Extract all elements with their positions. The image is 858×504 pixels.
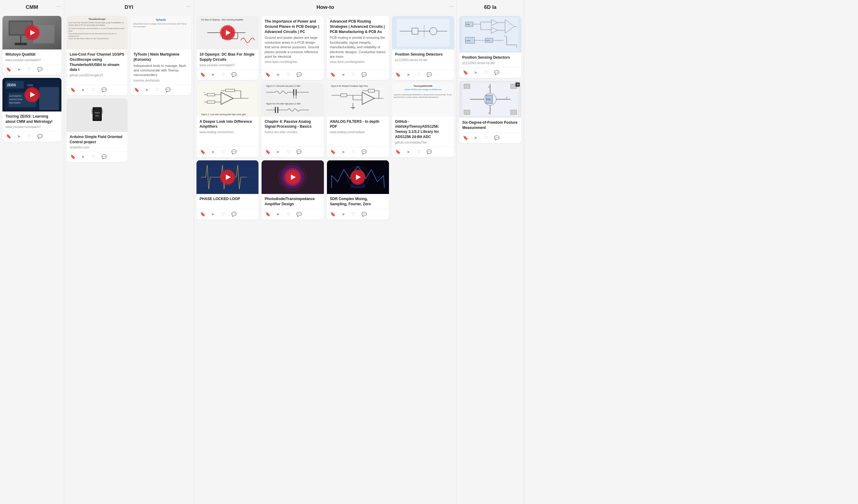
comment-icon[interactable]: 💬: [361, 71, 367, 78]
comment-icon[interactable]: 💬: [101, 153, 107, 160]
card-url-6d-sensing: p1122093.server-he.de/: [462, 61, 518, 65]
share-icon[interactable]: ➤: [144, 87, 150, 93]
play-button-zeiss[interactable]: [25, 88, 39, 101]
share-icon[interactable]: ➤: [210, 149, 216, 155]
share-icon[interactable]: ➤: [473, 135, 479, 141]
svg-text:PSD: PSD: [466, 23, 470, 25]
comment-icon[interactable]: 💬: [296, 149, 302, 155]
card-actions-oscillo: 🔖 ➤ ♡ 💬: [67, 85, 127, 95]
card-body-dcbias: 10 Opamps: DC Bias For Single Supply Cir…: [196, 49, 258, 69]
comment-icon[interactable]: 💬: [361, 211, 367, 217]
comment-icon[interactable]: 💬: [101, 87, 107, 93]
bookmark-icon[interactable]: 🔖: [200, 149, 206, 155]
bookmark-icon[interactable]: 🔖: [265, 71, 271, 78]
share-icon[interactable]: ➤: [473, 69, 479, 76]
heart-icon[interactable]: ♡: [220, 71, 226, 78]
share-icon[interactable]: ➤: [210, 211, 216, 217]
heart-icon[interactable]: ♡: [285, 211, 291, 217]
bookmark-icon[interactable]: 🔖: [70, 87, 76, 93]
share-icon[interactable]: ➤: [406, 149, 412, 155]
card-title-sdr: SDR Complex Mixing, Sampling, Fourier, Z…: [330, 196, 386, 207]
share-icon[interactable]: ➤: [406, 71, 412, 78]
card-mitutoyo: Mitutoyo Qualität www.youtube.com/watch?…: [2, 16, 61, 75]
heart-icon[interactable]: ♡: [220, 149, 226, 155]
comment-icon[interactable]: 💬: [231, 71, 237, 78]
bookmark-icon[interactable]: 🔖: [133, 87, 140, 93]
bookmark-icon[interactable]: 🔖: [200, 71, 206, 78]
play-button-pll[interactable]: [221, 170, 234, 184]
heart-icon[interactable]: ♡: [285, 149, 291, 155]
bookmark-icon[interactable]: 🔖: [330, 211, 336, 217]
play-button-dcbias[interactable]: [221, 26, 234, 39]
heart-icon[interactable]: ♡: [483, 69, 489, 76]
comment-icon[interactable]: 💬: [296, 211, 302, 217]
card-actions-passive: 🔖 ➤ ♡ 💬: [261, 147, 323, 157]
share-icon[interactable]: ➤: [80, 153, 86, 160]
comment-icon[interactable]: 💬: [37, 66, 43, 72]
bookmark-icon[interactable]: 🔖: [462, 135, 468, 141]
heart-icon[interactable]: ♡: [26, 66, 32, 72]
card-thumbnail-tytools: TyTools Independent tools to manage, fla…: [130, 16, 191, 49]
bookmark-icon[interactable]: 🔖: [265, 211, 271, 217]
comment-icon[interactable]: 💬: [493, 69, 499, 76]
comment-icon[interactable]: 💬: [426, 71, 432, 78]
bookmark-icon[interactable]: 🔖: [330, 71, 336, 78]
comment-icon[interactable]: 💬: [231, 149, 237, 155]
column-menu-howto[interactable]: ···: [449, 4, 454, 9]
bookmark-icon[interactable]: 🔖: [462, 69, 468, 76]
share-icon[interactable]: ➤: [275, 211, 281, 217]
heart-icon[interactable]: ♡: [416, 71, 422, 78]
bookmark-icon[interactable]: 🔖: [70, 153, 76, 160]
heart-icon[interactable]: ♡: [220, 211, 226, 217]
card-title-passive: Chapter 4: Passive Analog Signal Process…: [265, 119, 320, 130]
share-icon[interactable]: ➤: [275, 149, 281, 155]
heart-icon[interactable]: ♡: [416, 149, 422, 155]
card-thumbnail-dcbias: DC Bias of Opamps - Non Inverting Amplif…: [196, 16, 258, 49]
bookmark-icon[interactable]: 🔖: [5, 66, 12, 72]
share-icon[interactable]: ➤: [275, 71, 281, 78]
comment-icon[interactable]: 💬: [37, 133, 43, 139]
heart-icon[interactable]: ♡: [26, 133, 32, 139]
share-icon[interactable]: ➤: [340, 149, 347, 155]
heart-icon[interactable]: ♡: [351, 211, 357, 217]
bookmark-icon[interactable]: 🔖: [5, 133, 12, 139]
heart-icon[interactable]: ♡: [154, 87, 160, 93]
svg-text:Figure 8.53: Multiple Feedback: Figure 8.53: Multiple Feedback High-Pass: [331, 85, 368, 87]
comment-icon[interactable]: 💬: [165, 87, 171, 93]
share-icon[interactable]: ➤: [80, 87, 86, 93]
bookmark-icon[interactable]: 🔖: [395, 71, 401, 78]
heart-icon[interactable]: ♡: [351, 149, 357, 155]
comment-icon[interactable]: 💬: [361, 149, 367, 155]
share-icon[interactable]: ➤: [16, 133, 22, 139]
comment-icon[interactable]: 💬: [493, 135, 499, 141]
share-icon[interactable]: ➤: [16, 66, 22, 72]
comment-icon[interactable]: 💬: [296, 71, 302, 78]
bookmark-icon[interactable]: 🔖: [395, 149, 401, 155]
comment-icon[interactable]: 💬: [231, 211, 237, 217]
column-header-howto: How-to ···: [194, 0, 457, 13]
column-menu-cmm[interactable]: ···: [57, 4, 61, 9]
card-thumbnail-zeiss: ZEISS CMS AUTOMATIC INSPECTION MACHINES: [2, 78, 61, 112]
passive-image: Figure 4.7: 2nd order low pass LC filter: [261, 83, 323, 117]
svg-rect-135: [511, 110, 517, 115]
bookmark-icon[interactable]: 🔖: [200, 211, 206, 217]
column-menu-dyi[interactable]: ···: [186, 4, 191, 9]
heart-icon[interactable]: ♡: [351, 71, 357, 78]
play-button-photodiode[interactable]: [286, 170, 299, 184]
card-indicator: ⊞: [515, 82, 520, 87]
bookmark-icon[interactable]: 🔖: [330, 149, 336, 155]
card-title-photodiode: Photodiode/Transimpedance Amplifier Desi…: [265, 196, 320, 207]
bookmark-icon[interactable]: 🔖: [265, 149, 271, 155]
share-icon[interactable]: ➤: [210, 71, 216, 78]
heart-icon[interactable]: ♡: [91, 87, 97, 93]
heart-icon[interactable]: ♡: [285, 71, 291, 78]
share-icon[interactable]: ➤: [340, 211, 347, 217]
play-button-sdr[interactable]: [351, 170, 365, 184]
share-icon[interactable]: ➤: [340, 71, 347, 78]
card-body-photodiode: Photodiode/Transimpedance Amplifier Desi…: [261, 194, 323, 209]
heart-icon[interactable]: ♡: [483, 135, 489, 141]
play-button-mitutoyo[interactable]: [25, 26, 39, 39]
comment-icon[interactable]: 💬: [426, 149, 432, 155]
card-title-pcb-routing: Advanced PCB Routing Strategies | Advanc…: [330, 19, 386, 34]
heart-icon[interactable]: ♡: [91, 153, 97, 160]
